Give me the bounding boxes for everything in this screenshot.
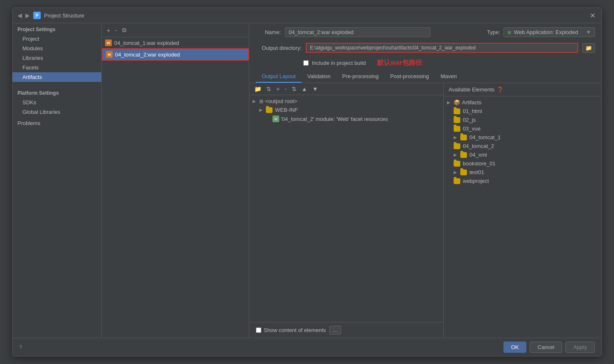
sidebar: Project Settings Project Modules Librari… (12, 23, 102, 338)
artifact-list: W 04_tomcat_1:war exploded W 04_tomcat_2… (102, 37, 249, 338)
back-button[interactable]: ◀ (17, 12, 22, 19)
folder-icon-test01 (460, 170, 467, 175)
output-dir-label: Output directory: (256, 45, 302, 51)
js-label: 02_js (463, 117, 476, 123)
output-root-icon: ⊞ (259, 98, 263, 104)
available-elements-panel: Available Elements ❓ ▶ 📦 Artifacts 01_ht… (444, 83, 602, 338)
tree-item-module-resources[interactable]: M '04_tomcat_2' module: 'Web' facet reso… (249, 114, 443, 123)
tree-item-web-inf[interactable]: ▶ WEB-INF (249, 106, 443, 114)
avail-item-test01[interactable]: ▶ test01 (444, 168, 602, 177)
footer: ? OK Cancel Apply (12, 338, 602, 356)
ok-button[interactable]: OK (503, 342, 526, 353)
module-resources-label: '04_tomcat_2' module: 'Web' facet resour… (281, 116, 388, 122)
tomcat2-label: 04_tomcat_2 (463, 143, 494, 149)
avail-item-tomcat1[interactable]: ▶ 04_tomcat_1 (444, 133, 602, 142)
sidebar-item-global-libraries[interactable]: Global Libraries (12, 107, 101, 117)
title-bar: ◀ ▶ P Project Structure ✕ (12, 8, 602, 23)
show-content-row: Show content of elements (256, 327, 326, 333)
order-button[interactable]: ⇅ (290, 85, 298, 93)
tab-validation[interactable]: Validation (302, 71, 336, 83)
artifacts-root-icon: 📦 (454, 99, 460, 106)
toggle-output-root: ▶ (253, 99, 258, 103)
name-label: Name: (256, 29, 281, 35)
war-icon-1: W (105, 39, 112, 46)
sidebar-item-project[interactable]: Project (12, 34, 101, 44)
available-tree: ▶ 📦 Artifacts 01_html 02_js (444, 96, 602, 338)
name-input[interactable] (285, 27, 430, 37)
artifact-label-2: 04_tomcat_2:war exploded (115, 52, 180, 58)
output-tree: ▶ ⊞ <output root> ▶ WEB-INF M '04_ (249, 95, 443, 322)
tab-maven[interactable]: Maven (435, 71, 462, 83)
move-up-button[interactable]: ▲ (300, 85, 309, 93)
close-button[interactable]: ✕ (588, 11, 597, 20)
avail-item-vue[interactable]: 03_vue (444, 124, 602, 133)
type-select[interactable]: ⊕ Web Application: Exploded ▼ (503, 27, 595, 37)
folder-icon-bookstore (454, 161, 460, 167)
folder-icon-xml (460, 152, 467, 158)
avail-item-xml[interactable]: ▶ 04_xml (444, 150, 602, 159)
sidebar-item-libraries[interactable]: Libraries (12, 53, 101, 63)
show-folder-button[interactable]: 📁 (253, 85, 263, 93)
sidebar-item-sdks[interactable]: SDKs (12, 98, 101, 107)
toggle-test01: ▶ (454, 170, 459, 175)
sidebar-item-facets[interactable]: Facets (12, 63, 101, 72)
folder-icon-web-inf (266, 107, 273, 113)
sidebar-item-modules[interactable]: Modules (12, 44, 101, 53)
tab-output-layout[interactable]: Output Layout (256, 71, 302, 83)
left-tree-panel: 📁 ⇅ + - ⇅ ▲ ▼ ▶ ⊞ <output root> (249, 83, 444, 338)
sidebar-item-problems[interactable]: Problems (12, 117, 101, 130)
forward-button[interactable]: ▶ (25, 12, 30, 19)
right-panel: Name: Type: ⊕ Web Application: Exploded … (249, 23, 602, 338)
toggle-tomcat1: ▶ (454, 135, 459, 140)
main-content: Project Settings Project Modules Librari… (12, 23, 602, 338)
include-build-checkbox[interactable] (303, 60, 309, 66)
name-type-row: Name: Type: ⊕ Web Application: Exploded … (249, 23, 602, 41)
tree-item-output-root[interactable]: ▶ ⊞ <output root> (249, 97, 443, 106)
apply-button[interactable]: Apply (565, 342, 595, 353)
folder-icon-vue (454, 126, 460, 132)
artifact-item-2[interactable]: W 04_tomcat_2:war exploded (102, 48, 249, 61)
avail-item-tomcat2[interactable]: 04_tomcat_2 (444, 142, 602, 150)
tomcat1-label: 04_tomcat_1 (469, 134, 501, 140)
avail-item-js[interactable]: 02_js (444, 116, 602, 124)
available-elements-label: Available Elements (449, 86, 494, 93)
help-icon[interactable]: ❓ (497, 86, 503, 93)
avail-item-html[interactable]: 01_html (444, 107, 602, 116)
folder-icon-tomcat2 (454, 143, 460, 149)
show-content-checkbox[interactable] (256, 327, 261, 333)
ellipsis-button[interactable]: ... (329, 326, 341, 334)
xml-label: 04_xml (469, 152, 487, 158)
add-element-button[interactable]: + (275, 85, 281, 93)
artifacts-root-label: Artifacts (462, 99, 481, 106)
output-dir-input[interactable] (306, 43, 578, 53)
tab-pre-processing[interactable]: Pre-processing (336, 71, 384, 83)
project-settings-label: Project Settings (12, 23, 101, 34)
help-button[interactable]: ? (19, 344, 22, 350)
vue-label: 03_vue (463, 125, 481, 132)
avail-item-artifacts[interactable]: ▶ 📦 Artifacts (444, 98, 602, 107)
folder-icon-webproject (454, 178, 460, 184)
artifact-item-1[interactable]: W 04_tomcat_1:war exploded (102, 37, 249, 48)
annotation-text: 默认war包路径 (377, 59, 422, 67)
app-icon: P (33, 12, 41, 19)
web-app-icon: ⊕ (507, 30, 511, 35)
copy-artifact-button[interactable]: ⧉ (120, 26, 128, 34)
sort-button[interactable]: ⇅ (265, 85, 273, 93)
add-artifact-button[interactable]: + (105, 26, 112, 34)
html-label: 01_html (463, 108, 482, 114)
folder-icon-js (454, 117, 460, 123)
remove-element-button[interactable]: - (283, 85, 288, 93)
avail-item-webproject[interactable]: webproject (444, 177, 602, 185)
avail-item-bookstore[interactable]: bookstore_01 (444, 159, 602, 168)
cancel-button[interactable]: Cancel (530, 342, 562, 353)
sidebar-item-artifacts[interactable]: Artifacts (12, 72, 101, 82)
remove-artifact-button[interactable]: - (113, 26, 119, 34)
tab-post-processing[interactable]: Post-processing (384, 71, 435, 83)
bookstore-label: bookstore_01 (463, 160, 496, 167)
show-content-label: Show content of elements (264, 327, 326, 333)
browse-button[interactable]: 📁 (582, 43, 595, 53)
type-value: Web Application: Exploded (514, 29, 578, 35)
module-icon: M (273, 116, 279, 122)
footer-buttons: OK Cancel Apply (503, 342, 595, 353)
move-down-button[interactable]: ▼ (311, 85, 320, 93)
